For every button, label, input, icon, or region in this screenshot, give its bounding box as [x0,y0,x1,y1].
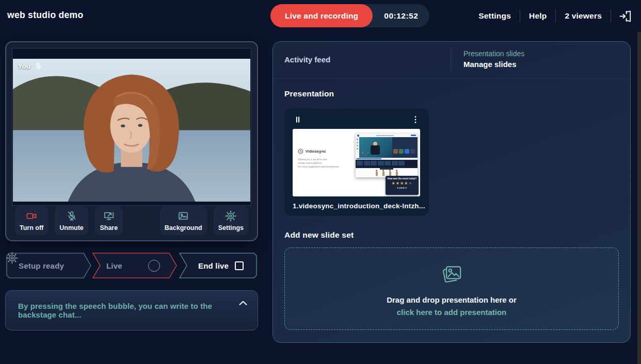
star-icon: ★ [408,181,412,186]
stop-square-icon [235,261,244,270]
panel-tabs: Activity feed Presentation slides Manage… [273,42,630,79]
live-step-label: Live [106,261,122,270]
popup-question: How was the event today? [386,177,419,180]
you-label: You [18,62,30,70]
thumb-feedback-popup: How was the event today? ★★★★★ SUBMIT [386,176,419,195]
slide-card-toolbar [293,113,421,126]
dropzone-click-link[interactable]: click here to add presentation [397,308,507,317]
add-slide-set-heading: Add new slide set [284,230,619,240]
background-label: Background [165,224,202,231]
presentation-slides-label: Presentation slides [463,49,524,58]
photos-icon [439,261,464,287]
session-timer: 00:12:52 [373,11,429,21]
slide-set-card[interactable]: Videosync Videosync is an all-in-one vir… [284,108,429,216]
tab-activity-feed[interactable]: Activity feed [284,55,330,64]
videosync-logo-icon [298,148,303,154]
tab-divider [451,47,451,73]
background-button[interactable]: Background [160,206,207,235]
thumb-tagline-3: for event organizers and enterprises [298,165,349,169]
chevron-up-icon [237,297,249,309]
popup-submit-label: SUBMIT [386,187,419,189]
share-screen-button[interactable]: Share [95,206,123,235]
thumb-app-screenshot [356,134,418,177]
thumb-tagline-2: virtual event platform [298,161,349,165]
chat-notice-text: By pressing the speech bubble, you can w… [18,291,234,330]
image-icon [178,210,189,222]
you-label-group: You [18,62,42,70]
setup-ready-label: Setup ready [19,261,64,270]
camera-icon [26,210,37,222]
end-live-step[interactable]: End live [180,252,256,279]
stage-flow: Setup ready Live End live [5,252,258,279]
turn-off-label: Turn off [20,224,43,231]
self-video-preview: You [12,48,251,206]
turn-off-camera-button[interactable]: Turn off [15,206,48,235]
exit-door-icon [619,10,632,23]
live-recording-badge[interactable]: Live and recording [270,4,373,27]
dropzone-text: Drag and drop presentation here or [387,295,517,304]
backstage-chat-notice[interactable]: By pressing the speech bubble, you can w… [5,290,258,330]
presentation-heading: Presentation [284,89,619,98]
presentation-dropzone[interactable]: Drag and drop presentation here or click… [284,247,619,330]
viewer-count[interactable]: 2 viewers [556,11,611,21]
end-live-label: End live [198,261,229,270]
thumb-brand-name: Videosync [306,149,326,154]
kebab-menu-button[interactable] [410,114,421,125]
nav-help[interactable]: Help [520,11,555,21]
unmute-label: Unmute [59,224,84,231]
star-icon: ★ [392,181,396,186]
nav-settings[interactable]: Settings [470,11,520,21]
slide-filename: 1.videosync_introduction_deck-lntzh... [293,202,421,210]
record-circle-icon [148,260,160,272]
page-title: web studio demo [7,10,83,21]
slides-panel: Activity feed Presentation slides Manage… [273,41,631,343]
leave-studio-button[interactable] [611,10,634,23]
camera-panel: You Turn off Unmute Share Background Set… [5,41,258,241]
top-nav: Settings Help 2 viewers [470,0,634,32]
unmute-button[interactable]: Unmute [55,206,88,235]
gear-icon [225,210,236,222]
pause-button[interactable] [293,114,303,125]
thumb-tagline-1: Videosync is an all-in-one [298,158,349,161]
settings-label: Settings [218,224,244,231]
share-label: Share [100,224,118,231]
manage-slides-label[interactable]: Manage slides [463,60,524,69]
slide-thumbnail[interactable]: Videosync Videosync is an all-in-one vir… [293,129,420,196]
star-icon: ★ [396,181,400,186]
camera-settings-button[interactable]: Settings [214,206,248,235]
setup-ready-step[interactable]: Setup ready [6,252,91,279]
tab-presentation-slides[interactable]: Presentation slides Manage slides [463,49,524,69]
star-icon: ★ [400,181,404,186]
mic-off-icon [66,210,77,222]
webcam-feed [13,59,250,202]
camera-controls: Turn off Unmute Share Background Setting… [15,206,248,235]
screen-share-icon [103,210,115,222]
star-rating: ★★★★★ [386,181,419,186]
scrollbar-gutter [637,32,641,364]
collapse-chat-button[interactable] [237,297,249,309]
thumb-brand-block: Videosync Videosync is an all-in-one vir… [298,148,349,169]
live-status-group: Live and recording 00:12:52 [270,4,429,27]
live-step[interactable]: Live [93,252,177,279]
portrait-illustration [13,59,250,202]
panel-body: Presentation Videosync Videosync [273,79,630,330]
mic-off-icon [34,62,42,70]
